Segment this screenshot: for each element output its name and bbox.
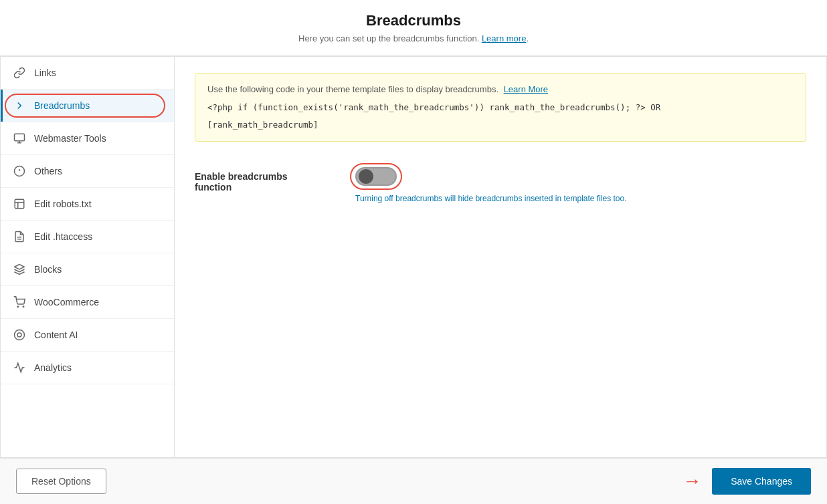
main-content: Links Breadcrumbs Webmaste <box>0 56 827 458</box>
page-wrapper: Breadcrumbs Here you can set up the brea… <box>0 0 827 504</box>
save-changes-button[interactable]: Save Changes <box>712 468 811 495</box>
htaccess-icon <box>13 230 26 243</box>
code-line-1: <?php if (function_exists('rank_math_the… <box>207 101 794 114</box>
sidebar-item-breadcrumbs[interactable]: Breadcrumbs <box>1 90 174 122</box>
page-header: Breadcrumbs Here you can set up the brea… <box>0 0 827 56</box>
svg-point-11 <box>17 333 21 337</box>
svg-point-10 <box>15 330 25 340</box>
reset-options-button[interactable]: Reset Options <box>16 469 106 494</box>
sidebar-item-label-htaccess: Edit .htaccess <box>34 231 92 242</box>
setting-description-breadcrumbs: Turning off breadcrumbs will hide breadc… <box>355 194 627 203</box>
setting-control-breadcrumbs: Turning off breadcrumbs will hide breadc… <box>355 167 627 203</box>
analytics-icon <box>13 361 26 374</box>
sidebar-item-woocommerce[interactable]: WooCommerce <box>1 286 174 319</box>
sidebar-item-links[interactable]: Links <box>1 57 174 90</box>
breadcrumbs-icon <box>13 99 26 112</box>
robots-icon <box>13 197 26 211</box>
sidebar-item-label-robots: Edit robots.txt <box>34 199 92 209</box>
content-area: Use the following code in your theme tem… <box>175 57 826 457</box>
header-learn-more-link[interactable]: Learn more <box>482 33 526 43</box>
sidebar-item-label-breadcrumbs: Breadcrumbs <box>34 100 90 111</box>
sidebar: Links Breadcrumbs Webmaste <box>1 57 175 457</box>
blocks-icon <box>13 263 26 276</box>
footer-right: → Save Changes <box>682 468 811 495</box>
setting-label-breadcrumbs: Enable breadcrumbsfunction <box>195 167 342 193</box>
sidebar-item-label-others: Others <box>34 166 62 176</box>
sidebar-item-content-ai[interactable]: Content AI <box>1 319 174 352</box>
sidebar-item-others[interactable]: Others <box>1 155 174 188</box>
svg-point-8 <box>17 306 19 307</box>
webmaster-icon <box>13 132 26 145</box>
sidebar-item-edit-robots[interactable]: Edit robots.txt <box>1 188 174 221</box>
sidebar-item-edit-htaccess[interactable]: Edit .htaccess <box>1 221 174 253</box>
info-box-text: Use the following code in your theme tem… <box>207 84 498 94</box>
arrow-annotation: → <box>682 472 701 491</box>
sidebar-item-label-analytics: Analytics <box>34 362 72 373</box>
enable-breadcrumbs-toggle[interactable] <box>355 167 397 186</box>
info-box: Use the following code in your theme tem… <box>195 73 806 142</box>
others-icon <box>13 164 26 178</box>
sidebar-item-blocks[interactable]: Blocks <box>1 253 174 286</box>
woo-icon <box>13 295 26 309</box>
sidebar-item-label-links: Links <box>34 68 56 78</box>
svg-point-9 <box>23 306 24 307</box>
sidebar-item-analytics[interactable]: Analytics <box>1 352 174 384</box>
svg-rect-4 <box>15 199 24 209</box>
ai-icon <box>13 328 26 342</box>
sidebar-item-label-woo: WooCommerce <box>34 297 99 307</box>
info-learn-more-link[interactable]: Learn More <box>504 84 548 94</box>
sidebar-item-webmaster-tools[interactable]: Webmaster Tools <box>1 122 174 155</box>
sidebar-item-label-ai: Content AI <box>34 330 78 340</box>
svg-rect-0 <box>15 134 25 141</box>
setting-row-breadcrumbs: Enable breadcrumbsfunction Turning off b… <box>195 160 806 210</box>
page-subtitle: Here you can set up the breadcrumbs func… <box>20 33 807 43</box>
code-line-2: [rank_math_breadcrumb] <box>207 118 794 132</box>
sidebar-item-label-webmaster: Webmaster Tools <box>34 133 106 144</box>
toggle-wrapper <box>355 167 627 186</box>
page-title: Breadcrumbs <box>20 12 807 29</box>
links-icon <box>13 66 26 80</box>
page-footer: Reset Options → Save Changes <box>0 458 827 504</box>
sidebar-item-label-blocks: Blocks <box>34 264 62 275</box>
